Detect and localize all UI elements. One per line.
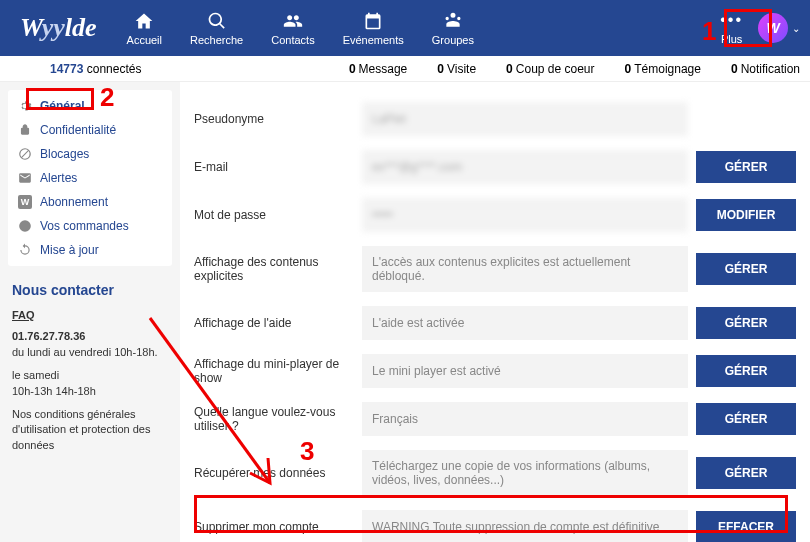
value-language: Français bbox=[362, 402, 688, 436]
row-help: Affichage de l'aide L'aide est activée G… bbox=[194, 306, 796, 340]
value-explicit: L'accès aux contenus explicites est actu… bbox=[362, 246, 688, 292]
nav-search-label: Recherche bbox=[190, 34, 243, 46]
settings-menu: Général Confidentialité Blocages Alertes… bbox=[8, 90, 172, 266]
gear-icon bbox=[18, 99, 32, 113]
nav-contacts-label: Contacts bbox=[271, 34, 314, 46]
main-area: Général Confidentialité Blocages Alertes… bbox=[0, 82, 810, 542]
sidebar-item-label: Mise à jour bbox=[40, 243, 99, 257]
value-help: L'aide est activée bbox=[362, 306, 688, 340]
sidebar-item-maj[interactable]: Mise à jour bbox=[8, 238, 172, 262]
btn-miniplayer-gerer[interactable]: GÉRER bbox=[696, 355, 796, 387]
sidebar-item-commandes[interactable]: Vos commandes bbox=[8, 214, 172, 238]
refresh-icon bbox=[18, 243, 32, 257]
nav-home-label: Accueil bbox=[127, 34, 162, 46]
chevron-down-icon: ⌄ bbox=[792, 23, 800, 34]
value-miniplayer: Le mini player est activé bbox=[362, 354, 688, 388]
sidebar-item-general[interactable]: Général bbox=[8, 94, 172, 118]
sidebar-item-blocages[interactable]: Blocages bbox=[8, 142, 172, 166]
privacy-icon bbox=[18, 123, 32, 137]
value-password: ••••• bbox=[362, 198, 688, 232]
btn-explicit-gerer[interactable]: GÉRER bbox=[696, 253, 796, 285]
row-miniplayer: Affichage du mini-player de show Le mini… bbox=[194, 354, 796, 388]
top-header: Wyylde Accueil Recherche Contacts Evénem… bbox=[0, 0, 810, 56]
value-pseudo: LaPiet bbox=[362, 102, 688, 136]
terms-link[interactable]: Nos conditions générales d'utilisation e… bbox=[12, 407, 172, 453]
btn-email-gerer[interactable]: GÉRER bbox=[696, 151, 796, 183]
nav-contacts[interactable]: Contacts bbox=[271, 11, 314, 46]
sidebar-item-label: Général bbox=[40, 99, 85, 113]
calendar-icon bbox=[363, 11, 383, 31]
home-icon bbox=[134, 11, 154, 31]
label-recover: Récupérer mes données bbox=[194, 466, 354, 480]
contact-title: Nous contacter bbox=[8, 282, 172, 298]
brand-logo[interactable]: Wyylde bbox=[20, 13, 97, 43]
contacts-icon bbox=[283, 11, 303, 31]
contact-sat-label: le samedi bbox=[12, 369, 59, 381]
value-delete: WARNING Toute suppression de compte est … bbox=[362, 510, 688, 542]
settings-form: Pseudonyme LaPiet E-mail ex***@g****.com… bbox=[180, 82, 810, 542]
status-bar: 14773 connectés 0Message 0Visite 0Coup d… bbox=[0, 56, 810, 82]
label-pseudo: Pseudonyme bbox=[194, 112, 354, 126]
block-icon bbox=[18, 147, 32, 161]
sidebar-item-abonnement[interactable]: W Abonnement bbox=[8, 190, 172, 214]
label-password: Mot de passe bbox=[194, 208, 354, 222]
sidebar-item-label: Vos commandes bbox=[40, 219, 129, 233]
label-language: Quelle langue voulez-vous utiliser ? bbox=[194, 405, 354, 433]
nav-more[interactable]: ••• Plus bbox=[720, 11, 743, 45]
status-temoignage[interactable]: 0Témoignage bbox=[625, 62, 701, 76]
contact-weekdays: du lundi au vendredi 10h-18h. bbox=[12, 346, 158, 358]
main-nav: Accueil Recherche Contacts Evénements Gr… bbox=[127, 11, 474, 46]
user-avatar: W bbox=[758, 13, 788, 43]
groups-icon bbox=[443, 11, 463, 31]
sidebar: Général Confidentialité Blocages Alertes… bbox=[0, 82, 180, 542]
faq-link[interactable]: FAQ bbox=[12, 308, 172, 323]
alert-icon bbox=[18, 171, 32, 185]
btn-password-modifier[interactable]: MODIFIER bbox=[696, 199, 796, 231]
sidebar-item-alertes[interactable]: Alertes bbox=[8, 166, 172, 190]
nav-groups-label: Groupes bbox=[432, 34, 474, 46]
nav-events[interactable]: Evénements bbox=[343, 11, 404, 46]
status-message[interactable]: 0Message bbox=[349, 62, 407, 76]
nav-search[interactable]: Recherche bbox=[190, 11, 243, 46]
row-password: Mot de passe ••••• MODIFIER bbox=[194, 198, 796, 232]
row-explicit: Affichage des contenus explicites L'accè… bbox=[194, 246, 796, 292]
label-miniplayer: Affichage du mini-player de show bbox=[194, 357, 354, 385]
sidebar-item-label: Confidentialité bbox=[40, 123, 116, 137]
contact-block: FAQ 01.76.27.78.36du lundi au vendredi 1… bbox=[8, 308, 172, 453]
value-recover: Téléchargez une copie de vos information… bbox=[362, 450, 688, 496]
orders-icon bbox=[18, 219, 32, 233]
sidebar-item-confidentialite[interactable]: Confidentialité bbox=[8, 118, 172, 142]
search-icon bbox=[207, 11, 227, 31]
contact-sat-hours: 10h-13h 14h-18h bbox=[12, 385, 96, 397]
label-email: E-mail bbox=[194, 160, 354, 174]
label-delete: Supprimer mon compte bbox=[194, 520, 354, 534]
more-dots-icon: ••• bbox=[720, 11, 743, 29]
contact-phone: 01.76.27.78.36 bbox=[12, 330, 85, 342]
btn-language-gerer[interactable]: GÉRER bbox=[696, 403, 796, 435]
row-delete: Supprimer mon compte WARNING Toute suppr… bbox=[194, 510, 796, 542]
row-recover: Récupérer mes données Téléchargez une co… bbox=[194, 450, 796, 496]
status-coup[interactable]: 0Coup de coeur bbox=[506, 62, 594, 76]
subscription-icon: W bbox=[18, 195, 32, 209]
nav-events-label: Evénements bbox=[343, 34, 404, 46]
status-notification[interactable]: 0Notification bbox=[731, 62, 800, 76]
sidebar-item-label: Alertes bbox=[40, 171, 77, 185]
nav-groups[interactable]: Groupes bbox=[432, 11, 474, 46]
nav-home[interactable]: Accueil bbox=[127, 11, 162, 46]
value-email: ex***@g****.com bbox=[362, 150, 688, 184]
sidebar-item-label: Blocages bbox=[40, 147, 89, 161]
label-explicit: Affichage des contenus explicites bbox=[194, 255, 354, 283]
row-email: E-mail ex***@g****.com GÉRER bbox=[194, 150, 796, 184]
label-help: Affichage de l'aide bbox=[194, 316, 354, 330]
user-menu[interactable]: W ⌄ bbox=[758, 13, 800, 43]
btn-recover-gerer[interactable]: GÉRER bbox=[696, 457, 796, 489]
sidebar-item-label: Abonnement bbox=[40, 195, 108, 209]
row-language: Quelle langue voulez-vous utiliser ? Fra… bbox=[194, 402, 796, 436]
btn-delete-effacer[interactable]: EFFACER bbox=[696, 511, 796, 542]
nav-more-label: Plus bbox=[721, 33, 742, 45]
row-pseudo: Pseudonyme LaPiet bbox=[194, 102, 796, 136]
connected-count: 14773 connectés bbox=[50, 62, 141, 76]
status-visite[interactable]: 0Visite bbox=[437, 62, 476, 76]
btn-help-gerer[interactable]: GÉRER bbox=[696, 307, 796, 339]
